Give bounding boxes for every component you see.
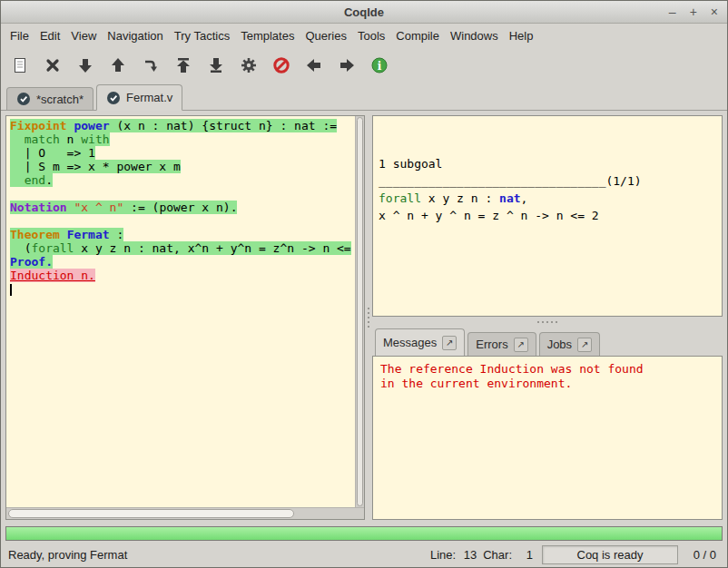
menu-item-edit[interactable]: Edit: [34, 25, 65, 46]
next-right-arrow-icon: [337, 55, 357, 75]
next-button[interactable]: [335, 54, 359, 77]
editor-hscrollbar[interactable]: [6, 507, 364, 519]
minimize-button[interactable]: –: [669, 5, 676, 18]
menu-item-file[interactable]: File: [5, 25, 34, 46]
messages-pane[interactable]: The reference Induction was not foundin …: [372, 356, 723, 520]
line-label: Line:: [430, 548, 456, 562]
editor-vscrollbar[interactable]: [355, 116, 364, 507]
tab-label: Jobs: [547, 338, 572, 351]
editor-pane[interactable]: Fixpoint power (x n : nat) {struct n} : …: [5, 115, 365, 520]
run-to-end-button[interactable]: [204, 54, 228, 77]
go-to-cursor-button[interactable]: [139, 54, 162, 77]
message-line: The reference Induction was not found: [380, 362, 714, 377]
menu-item-templates[interactable]: Templates: [235, 25, 300, 46]
window-controls: – + ×: [669, 1, 718, 23]
tab-fermat[interactable]: Fermat.v: [96, 84, 182, 111]
tab-errors[interactable]: Errors ↗: [467, 332, 536, 356]
editor-code[interactable]: Fixpoint power (x n : nat) {struct n} : …: [6, 116, 355, 507]
interrupt-no-entry-icon: [271, 55, 291, 75]
restart-button[interactable]: [172, 54, 195, 77]
tab-messages[interactable]: Messages ↗: [375, 328, 465, 356]
status-text: Ready, proving Fermat: [8, 548, 127, 562]
step-backward-up-arrow-icon: [108, 55, 128, 75]
menu-item-help[interactable]: Help: [504, 25, 539, 46]
code-line: end.: [10, 173, 355, 187]
go-to-cursor-icon: [141, 55, 161, 75]
code-line: Theorem Fermat :: [10, 228, 355, 241]
menu-item-tools[interactable]: Tools: [352, 25, 390, 46]
message-tabs: Messages ↗ Errors ↗ Jobs ↗: [372, 328, 723, 356]
main-area: Fixpoint power (x n : nat) {struct n} : …: [1, 111, 727, 523]
message-line: in the current environment.: [380, 377, 714, 391]
splitter-grip: [537, 321, 557, 323]
horizontal-splitter[interactable]: [372, 317, 723, 328]
code-line: 1 subgoal: [379, 155, 716, 172]
maximize-button[interactable]: +: [690, 5, 697, 18]
buffer-status-check-icon: [106, 91, 121, 105]
cursor-position: Line: 13 Char: 1: [430, 548, 533, 562]
code-line: [10, 282, 355, 296]
titlebar[interactable]: CoqIde – + ×: [1, 1, 727, 24]
tab-scratch[interactable]: *scratch*: [6, 87, 93, 110]
detach-messages-button[interactable]: ↗: [442, 336, 457, 350]
save-button[interactable]: [8, 54, 32, 77]
code-line: (forall x y z n : nat, x^n + y^n = z^n -…: [10, 241, 355, 255]
tab-label: Messages: [383, 336, 437, 349]
code-line: ________________________________(1/1): [379, 172, 716, 190]
code-line: [10, 187, 355, 201]
step-forward-down-arrow-icon: [75, 55, 95, 75]
svg-text:i: i: [378, 60, 382, 73]
goals-content: 1 subgoal_______________________________…: [379, 155, 716, 224]
previous-button[interactable]: [302, 54, 326, 77]
step-forward-button[interactable]: [74, 54, 97, 77]
code-line: [10, 214, 355, 228]
tab-label: *scratch*: [36, 93, 84, 106]
tab-label: Fermat.v: [126, 91, 172, 104]
buffer-status-check-icon: [16, 92, 31, 106]
code-line: Fixpoint power (x n : nat) {struct n} : …: [10, 119, 355, 132]
goals-pane[interactable]: 1 subgoal_______________________________…: [372, 115, 723, 317]
menu-item-try-tactics[interactable]: Try Tactics: [169, 25, 235, 46]
splitter-grip: [368, 308, 369, 328]
menu-item-compile[interactable]: Compile: [390, 25, 445, 46]
tab-jobs[interactable]: Jobs ↗: [539, 332, 600, 356]
detach-errors-button[interactable]: ↗: [514, 338, 528, 352]
char-label: Char:: [483, 548, 512, 562]
detach-jobs-button[interactable]: ↗: [577, 338, 592, 352]
tabbar: *scratch* Fermat.v: [1, 83, 727, 111]
window-title: CoqIde: [1, 5, 727, 19]
menu-item-navigation[interactable]: Navigation: [102, 25, 168, 46]
coq-status: Coq is ready: [542, 545, 678, 564]
restart-to-top-icon: [173, 55, 193, 75]
about-button[interactable]: i: [368, 54, 391, 77]
right-column: 1 subgoal_______________________________…: [372, 115, 723, 520]
coqide-window: CoqIde – + × FileEditViewNavigationTry T…: [0, 0, 728, 568]
interrupt-button[interactable]: [270, 54, 293, 77]
task-counter: 0 / 0: [687, 548, 720, 562]
make-gear-icon: [239, 55, 259, 75]
close-button[interactable]: ×: [711, 5, 718, 18]
statusbar: Ready, proving Fermat Line: 13 Char: 1 C…: [1, 543, 727, 567]
close-buffer-button[interactable]: [41, 54, 64, 77]
hscroll-thumb[interactable]: [8, 509, 294, 518]
progress-bar: [5, 526, 723, 541]
previous-left-arrow-icon: [304, 55, 324, 75]
tab-label: Errors: [476, 338, 507, 351]
code-line: Induction n.: [10, 269, 355, 282]
code-line: x ^ n + y ^ n = z ^ n -> n <= 2: [379, 207, 716, 224]
vscroll-thumb[interactable]: [357, 117, 363, 506]
code-line: | O => 1: [10, 146, 355, 160]
menu-item-queries[interactable]: Queries: [300, 25, 352, 46]
make-button[interactable]: [237, 54, 261, 77]
line-value: 13: [462, 548, 477, 562]
char-value: 1: [518, 548, 533, 562]
menu-item-view[interactable]: View: [65, 25, 102, 46]
run-to-end-icon: [206, 55, 226, 75]
messages-section: Messages ↗ Errors ↗ Jobs ↗ The reference…: [372, 328, 723, 520]
step-backward-button[interactable]: [106, 54, 130, 77]
menubar: FileEditViewNavigationTry TacticsTemplat…: [1, 24, 727, 47]
vertical-splitter[interactable]: [365, 115, 372, 520]
menu-item-windows[interactable]: Windows: [445, 25, 504, 46]
code-line: forall x y z n : nat,: [379, 190, 716, 207]
code-line: | S m => x * power x m: [10, 160, 355, 173]
